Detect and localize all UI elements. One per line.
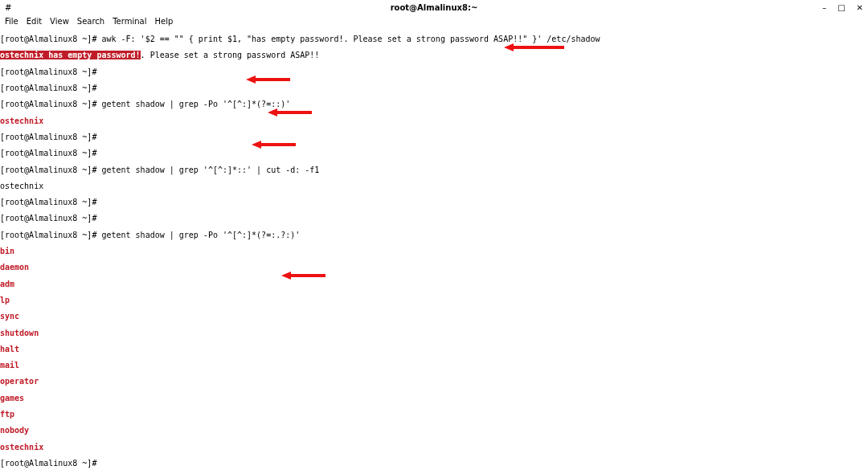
command-text: getent shadow | grep -Po '^[^:]*(?=:.?:)… [96,231,300,239]
menu-bar: File Edit View Search Terminal Help [0,14,868,27]
output-red: daemon [0,263,29,272]
shell-prompt: [root@Almalinux8 ~]# [0,214,96,223]
output-red: ftp [0,410,14,419]
svg-marker-3 [252,141,296,149]
output-red: mail [0,361,19,370]
output-red: nobody [0,426,29,435]
output-red: lp [0,296,10,304]
shell-prompt: [root@Almalinux8 ~]# [0,84,96,92]
highlighted-output: ostechnix has empty password! [0,51,141,59]
output-red: bin [0,247,14,255]
window-title: root@Almalinux8:~ [391,3,478,12]
menu-terminal[interactable]: Terminal [113,17,146,26]
menu-view[interactable]: View [50,17,69,26]
window-titlebar: # root@Almalinux8:~ – □ ✕ [0,0,868,14]
output-red: sync [0,312,19,321]
shell-prompt: [root@Almalinux8 ~]# [0,133,96,141]
command-text: getent shadow | grep '^[^:]*::' | cut -d… [96,166,319,174]
svg-marker-4 [281,272,326,280]
menu-search[interactable]: Search [77,17,104,26]
shell-prompt: [root@Almalinux8 ~]# [0,149,96,157]
shell-prompt: [root@Almalinux8 ~]# [0,166,96,174]
menu-help[interactable]: Help [154,17,173,26]
close-button[interactable]: ✕ [857,3,863,12]
minimize-button[interactable]: – [822,3,826,12]
svg-marker-2 [268,108,312,116]
svg-marker-1 [246,76,290,84]
output-red: games [0,394,24,403]
menu-file[interactable]: File [5,17,18,26]
menu-edit[interactable]: Edit [27,17,42,26]
svg-marker-0 [504,43,564,51]
output-red: ostechnix [0,116,43,125]
shell-prompt: [root@Almalinux8 ~]# [0,231,96,239]
shell-prompt: [root@Almalinux8 ~]# [0,100,96,108]
output-red: adm [0,280,14,288]
shell-prompt: [root@Almalinux8 ~]# [0,67,96,76]
shell-prompt: [root@Almalinux8 ~]# [0,459,96,468]
terminal-output[interactable]: [root@Almalinux8 ~]# awk -F: '$2 == "" {… [0,27,868,470]
output-text: . Please set a strong password ASAP!! [141,51,320,59]
maximize-button[interactable]: □ [837,3,845,12]
command-text: getent shadow | grep -Po '^[^:]*(?=::)' [96,100,290,108]
command-text: awk -F: '$2 == "" { print $1, "has empty… [96,35,600,43]
shell-prompt: [root@Almalinux8 ~]# [0,35,96,43]
titlebar-hash: # [5,3,11,12]
output-red: halt [0,345,19,354]
output-red: shutdown [0,329,39,337]
output-red: ostechnix [0,443,43,452]
shell-prompt: [root@Almalinux8 ~]# [0,198,96,206]
output-text: ostechnix [0,182,43,190]
output-red: operator [0,377,39,386]
